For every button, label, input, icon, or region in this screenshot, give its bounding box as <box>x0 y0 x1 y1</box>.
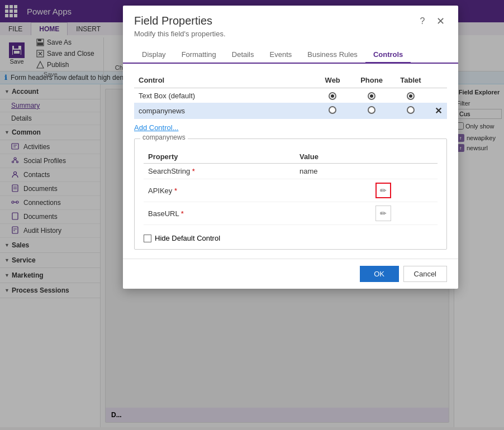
properties-table: Property Value SearchString * name <box>144 150 438 225</box>
edit-apikey-button[interactable]: ✏ <box>375 183 391 198</box>
hide-default-checkbox[interactable] <box>144 235 151 242</box>
required-star-searchstring: * <box>190 167 195 175</box>
control-row-companynews: companynews ✕ <box>134 103 447 119</box>
companynews-legend: companynews <box>140 133 188 141</box>
tab-display[interactable]: Display <box>134 47 174 64</box>
pencil-icon-apikey: ✏ <box>380 186 387 195</box>
radio-phone-companynews[interactable] <box>368 106 375 114</box>
control-tablet-companynews[interactable] <box>391 103 430 119</box>
modal-overlay: Field Properties Modify this field's pro… <box>0 0 504 430</box>
prop-value-apikey <box>295 179 371 202</box>
prop-edit-apikey[interactable]: ✏ <box>371 179 438 202</box>
prop-header-property: Property <box>144 150 295 164</box>
prop-value-baseurl <box>295 202 371 225</box>
prop-header-edit <box>371 150 438 164</box>
modal-header-actions: ? ✕ <box>416 15 447 28</box>
modal-title: Field Properties <box>134 15 226 27</box>
prop-header-value: Value <box>295 150 371 164</box>
col-header-tablet: Tablet <box>391 73 430 88</box>
modal-tabs: Display Formatting Details Events Busine… <box>123 47 458 64</box>
hide-default-row: Hide Default Control <box>144 234 438 242</box>
modal-body: Control Web Phone Tablet Text Box (defau… <box>123 64 458 259</box>
hide-default-label: Hide Default Control <box>155 234 220 242</box>
prop-edit-searchstring <box>371 164 438 179</box>
radio-web-textbox[interactable] <box>329 92 336 100</box>
prop-name-searchstring: SearchString * <box>144 164 295 179</box>
control-name-textbox: Text Box (default) <box>134 88 313 103</box>
radio-web-companynews[interactable] <box>329 106 336 114</box>
tab-controls[interactable]: Controls <box>365 47 411 64</box>
control-row-textbox: Text Box (default) <box>134 88 447 103</box>
col-header-control: Control <box>134 73 313 88</box>
modal-title-group: Field Properties Modify this field's pro… <box>134 15 226 38</box>
control-name-companynews: companynews <box>134 103 313 119</box>
edit-baseurl-button[interactable]: ✏ <box>375 206 391 221</box>
modal-footer: OK Cancel <box>123 259 458 289</box>
control-phone-companynews[interactable] <box>352 103 391 119</box>
tab-details[interactable]: Details <box>224 47 262 64</box>
tab-formatting[interactable]: Formatting <box>174 47 224 64</box>
tab-business-rules[interactable]: Business Rules <box>299 47 365 64</box>
companynews-section: companynews Property Value Sear <box>134 138 447 250</box>
prop-row-searchstring: SearchString * name <box>144 164 438 179</box>
pencil-icon-baseurl: ✏ <box>380 209 387 218</box>
modal-subtitle: Modify this field's properties. <box>134 30 226 38</box>
control-del-companynews[interactable]: ✕ <box>430 103 447 119</box>
control-web-companynews[interactable] <box>313 103 352 119</box>
control-tablet-textbox[interactable] <box>391 88 430 103</box>
radio-tablet-companynews[interactable] <box>407 106 415 114</box>
required-star-apikey: * <box>172 187 177 195</box>
prop-row-apikey: APIKey * ✏ <box>144 179 438 202</box>
prop-value-searchstring: name <box>295 164 371 179</box>
cancel-button[interactable]: Cancel <box>403 266 447 282</box>
modal-header: Field Properties Modify this field's pro… <box>123 6 458 42</box>
col-header-web: Web <box>313 73 352 88</box>
modal-help-button[interactable]: ? <box>416 15 429 28</box>
col-header-phone: Phone <box>352 73 391 88</box>
radio-tablet-textbox[interactable] <box>407 92 415 100</box>
prop-name-apikey: APIKey * <box>144 179 295 202</box>
radio-phone-textbox[interactable] <box>368 92 375 100</box>
control-phone-textbox[interactable] <box>352 88 391 103</box>
col-header-del <box>430 73 447 88</box>
prop-name-baseurl: BaseURL * <box>144 202 295 225</box>
modal-close-button[interactable]: ✕ <box>434 15 447 28</box>
field-properties-modal: Field Properties Modify this field's pro… <box>123 6 458 289</box>
prop-edit-baseurl[interactable]: ✏ <box>371 202 438 225</box>
prop-row-baseurl: BaseURL * ✏ <box>144 202 438 225</box>
ok-button[interactable]: OK <box>360 266 399 282</box>
controls-table: Control Web Phone Tablet Text Box (defau… <box>134 73 447 119</box>
add-control-link[interactable]: Add Control... <box>134 123 179 132</box>
control-del-textbox <box>430 88 447 103</box>
control-web-textbox[interactable] <box>313 88 352 103</box>
tab-events[interactable]: Events <box>262 47 300 64</box>
required-star-baseurl: * <box>179 209 184 218</box>
